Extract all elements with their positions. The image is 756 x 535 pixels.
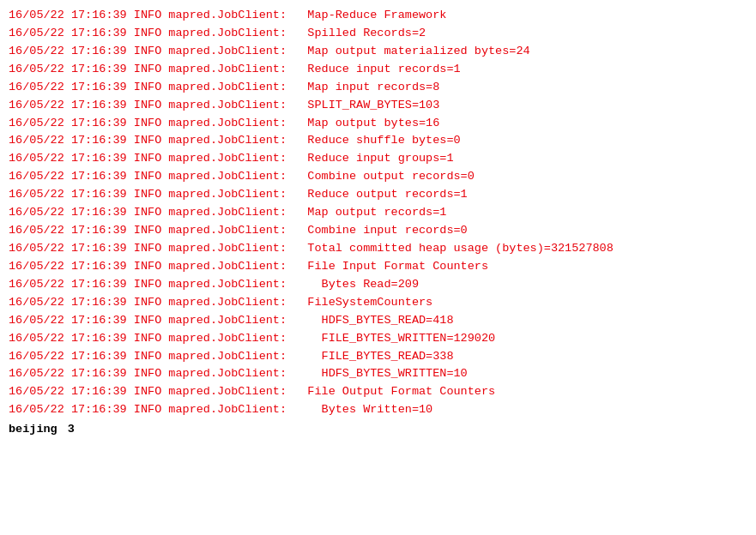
log-line: 16/05/22 17:16:39 INFO mapred.JobClient:… (9, 132, 747, 150)
log-message: SPLIT_RAW_BYTES=103 (293, 97, 439, 115)
footer-city: beijing (9, 423, 57, 436)
log-message: Map output bytes=16 (293, 115, 439, 133)
log-message: Reduce input records=1 (293, 61, 460, 79)
log-message: FILE_BYTES_READ=338 (293, 348, 453, 366)
log-prefix: 16/05/22 17:16:39 INFO mapred.JobClient: (9, 25, 293, 43)
log-line: 16/05/22 17:16:39 INFO mapred.JobClient:… (9, 168, 747, 186)
log-message: Bytes Written=10 (293, 401, 432, 419)
log-message: Total committed heap usage (bytes)=32152… (293, 240, 614, 258)
log-prefix: 16/05/22 17:16:39 INFO mapred.JobClient: (9, 186, 293, 204)
log-message: Map input records=8 (293, 79, 439, 97)
log-prefix: 16/05/22 17:16:39 INFO mapred.JobClient: (9, 97, 293, 115)
footer-number: 3 (68, 423, 75, 436)
log-prefix: 16/05/22 17:16:39 INFO mapred.JobClient: (9, 258, 293, 276)
log-message: FileSystemCounters (293, 294, 432, 312)
log-message: FILE_BYTES_WRITTEN=129020 (293, 330, 495, 348)
log-line: 16/05/22 17:16:39 INFO mapred.JobClient:… (9, 222, 747, 240)
log-prefix: 16/05/22 17:16:39 INFO mapred.JobClient: (9, 365, 293, 383)
log-line: 16/05/22 17:16:39 INFO mapred.JobClient:… (9, 348, 747, 366)
log-message: Combine output records=0 (293, 168, 475, 186)
log-prefix: 16/05/22 17:16:39 INFO mapred.JobClient: (9, 330, 293, 348)
log-line: 16/05/22 17:16:39 INFO mapred.JobClient:… (9, 365, 747, 383)
log-line: 16/05/22 17:16:39 INFO mapred.JobClient:… (9, 97, 747, 115)
log-line: 16/05/22 17:16:39 INFO mapred.JobClient:… (9, 7, 747, 25)
log-message: HDFS_BYTES_READ=418 (293, 312, 453, 330)
log-message: HDFS_BYTES_WRITTEN=10 (293, 365, 468, 383)
log-prefix: 16/05/22 17:16:39 INFO mapred.JobClient: (9, 294, 293, 312)
log-prefix: 16/05/22 17:16:39 INFO mapred.JobClient: (9, 115, 293, 133)
log-line: 16/05/22 17:16:39 INFO mapred.JobClient:… (9, 150, 747, 168)
log-line: 16/05/22 17:16:39 INFO mapred.JobClient:… (9, 25, 747, 43)
log-prefix: 16/05/22 17:16:39 INFO mapred.JobClient: (9, 7, 293, 25)
log-line: 16/05/22 17:16:39 INFO mapred.JobClient:… (9, 330, 747, 348)
log-line: 16/05/22 17:16:39 INFO mapred.JobClient:… (9, 61, 747, 79)
log-line: 16/05/22 17:16:39 INFO mapred.JobClient:… (9, 186, 747, 204)
log-prefix: 16/05/22 17:16:39 INFO mapred.JobClient: (9, 79, 293, 97)
log-message: Map-Reduce Framework (293, 7, 446, 25)
log-line: 16/05/22 17:16:39 INFO mapred.JobClient:… (9, 204, 747, 222)
log-line: 16/05/22 17:16:39 INFO mapred.JobClient:… (9, 43, 747, 61)
log-line: 16/05/22 17:16:39 INFO mapred.JobClient:… (9, 294, 747, 312)
footer-line: beijing 3 (9, 423, 747, 436)
log-message: Reduce shuffle bytes=0 (293, 132, 460, 150)
log-prefix: 16/05/22 17:16:39 INFO mapred.JobClient: (9, 222, 293, 240)
log-prefix: 16/05/22 17:16:39 INFO mapred.JobClient: (9, 132, 293, 150)
log-line: 16/05/22 17:16:39 INFO mapred.JobClient:… (9, 258, 747, 276)
log-prefix: 16/05/22 17:16:39 INFO mapred.JobClient: (9, 150, 293, 168)
log-line: 16/05/22 17:16:39 INFO mapred.JobClient:… (9, 240, 747, 258)
log-line: 16/05/22 17:16:39 INFO mapred.JobClient:… (9, 79, 747, 97)
log-line: 16/05/22 17:16:39 INFO mapred.JobClient:… (9, 115, 747, 133)
log-prefix: 16/05/22 17:16:39 INFO mapred.JobClient: (9, 204, 293, 222)
log-prefix: 16/05/22 17:16:39 INFO mapred.JobClient: (9, 383, 293, 401)
log-line: 16/05/22 17:16:39 INFO mapred.JobClient:… (9, 312, 747, 330)
log-message: Spilled Records=2 (293, 25, 426, 43)
log-prefix: 16/05/22 17:16:39 INFO mapred.JobClient: (9, 312, 293, 330)
log-prefix: 16/05/22 17:16:39 INFO mapred.JobClient: (9, 61, 293, 79)
log-line: 16/05/22 17:16:39 INFO mapred.JobClient:… (9, 383, 747, 401)
log-line: 16/05/22 17:16:39 INFO mapred.JobClient:… (9, 401, 747, 419)
log-message: File Input Format Counters (293, 258, 488, 276)
log-prefix: 16/05/22 17:16:39 INFO mapred.JobClient: (9, 43, 293, 61)
log-message: Combine input records=0 (293, 222, 468, 240)
log-prefix: 16/05/22 17:16:39 INFO mapred.JobClient: (9, 401, 293, 419)
log-message: Reduce output records=1 (293, 186, 468, 204)
log-container: 16/05/22 17:16:39 INFO mapred.JobClient:… (9, 7, 747, 419)
log-line: 16/05/22 17:16:39 INFO mapred.JobClient:… (9, 276, 747, 294)
log-message: Map output materialized bytes=24 (293, 43, 529, 61)
log-prefix: 16/05/22 17:16:39 INFO mapred.JobClient: (9, 240, 293, 258)
log-message: File Output Format Counters (293, 383, 495, 401)
log-message: Map output records=1 (293, 204, 446, 222)
log-message: Bytes Read=209 (293, 276, 419, 294)
log-message: Reduce input groups=1 (293, 150, 453, 168)
log-prefix: 16/05/22 17:16:39 INFO mapred.JobClient: (9, 168, 293, 186)
log-prefix: 16/05/22 17:16:39 INFO mapred.JobClient: (9, 348, 293, 366)
log-prefix: 16/05/22 17:16:39 INFO mapred.JobClient: (9, 276, 293, 294)
